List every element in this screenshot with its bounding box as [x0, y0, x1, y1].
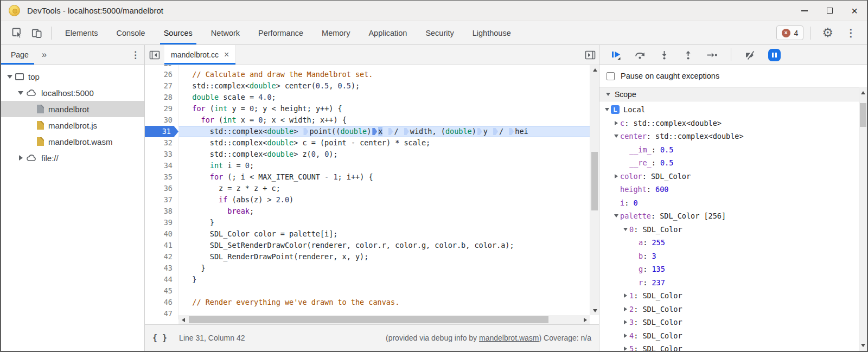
code-line-38[interactable]: 38 break; — [145, 206, 599, 217]
scope-section-header[interactable]: Scope — [599, 87, 867, 101]
code-line-39[interactable]: 39 } — [145, 217, 599, 228]
scope-row-g[interactable]: g: 135 — [599, 263, 867, 276]
step-into-button[interactable] — [655, 47, 673, 63]
code-line-25[interactable]: 25 — [145, 65, 599, 69]
scope-scrollbar[interactable] — [859, 87, 867, 351]
step-out-button[interactable] — [679, 47, 697, 63]
scope-row-color[interactable]: color: SDL_Color — [599, 170, 867, 183]
line-number[interactable]: 36 — [145, 183, 178, 194]
scrollbar-thumb[interactable] — [860, 103, 866, 127]
editor-horizontal-scrollbar[interactable] — [178, 315, 590, 324]
line-number[interactable]: 46 — [145, 297, 178, 308]
scrollbar-thumb[interactable] — [591, 152, 598, 210]
scope-row-4[interactable]: 4: SDL_Color — [599, 329, 867, 343]
maximize-button[interactable] — [817, 1, 842, 21]
scope-row-r[interactable]: r: 237 — [599, 276, 867, 290]
scroll-right-arrow[interactable] — [580, 315, 590, 324]
expander-icon[interactable] — [612, 121, 620, 125]
close-button[interactable]: × — [842, 1, 867, 21]
expander-icon[interactable] — [612, 174, 620, 178]
tree-item-localhost-5000[interactable]: localhost:5000 — [1, 85, 144, 101]
line-number[interactable]: 44 — [145, 274, 178, 285]
expander-icon[interactable] — [621, 293, 629, 298]
code-line-35[interactable]: 35 for (; i < MAX_ITER_COUNT - 1; i++) { — [145, 171, 599, 183]
line-number[interactable]: 34 — [145, 160, 178, 171]
expander-icon[interactable] — [603, 108, 611, 111]
minimize-button[interactable] — [792, 1, 817, 21]
scope-row-Local[interactable]: LLocal — [599, 103, 867, 117]
deactivate-breakpoints-button[interactable] — [741, 47, 760, 63]
line-number[interactable]: 37 — [145, 194, 178, 206]
tree-item-top[interactable]: top — [1, 68, 144, 85]
line-number[interactable]: 41 — [145, 240, 178, 251]
code-line-30[interactable]: 30 for (int x = 0; x < width; x++) { — [145, 114, 599, 126]
settings-gear-icon[interactable]: ⚙ — [817, 25, 838, 40]
pretty-print-icon[interactable]: { } — [152, 333, 167, 343]
tab-security[interactable]: Security — [416, 21, 463, 44]
inline-breakpoint-marker[interactable] — [404, 128, 409, 135]
code-line-32[interactable]: 32 std::complex<double> c = (point - cen… — [145, 137, 599, 149]
code-line-28[interactable]: 28 double scale = 4.0; — [145, 92, 599, 103]
code-line-42[interactable]: 42 SDL_RenderDrawPoint(renderer, x, y); — [145, 251, 599, 263]
expander-icon[interactable] — [621, 228, 629, 231]
toggle-device-toolbar-button[interactable] — [27, 24, 47, 42]
code-line-46[interactable]: 46 // Render everything we've drawn to t… — [145, 297, 599, 308]
code-line-34[interactable]: 34 int i = 0; — [145, 160, 599, 171]
expander-icon[interactable] — [5, 75, 14, 79]
tree-item-mandelbrot-js[interactable]: mandelbrot.js — [1, 117, 144, 133]
scope-row-0[interactable]: 0: SDL_Color — [599, 223, 867, 236]
step-button[interactable] — [703, 47, 721, 63]
code-line-33[interactable]: 33 std::complex<double> z(0, 0); — [145, 149, 599, 160]
code-line-27[interactable]: 27 std::complex<double> center(0.5, 0.5)… — [145, 80, 599, 92]
pause-on-caught-checkbox[interactable] — [607, 72, 615, 80]
scope-row-__im_[interactable]: __im_: 0.5 — [599, 143, 867, 157]
pause-on-exceptions-button[interactable] — [765, 47, 783, 63]
line-number[interactable]: 32 — [145, 137, 178, 149]
line-number[interactable]: 35 — [145, 171, 178, 183]
scope-row-1[interactable]: 1: SDL_Color — [599, 289, 867, 303]
code-line-44[interactable]: 44 } — [145, 274, 599, 285]
inline-breakpoint-marker[interactable] — [477, 128, 482, 135]
code-line-37[interactable]: 37 if (abs(z) > 2.0) — [145, 194, 599, 206]
code-line-31[interactable]: 31 std::complex<double> point((double)x … — [145, 126, 599, 137]
line-number[interactable]: 43 — [145, 263, 178, 274]
scroll-down-arrow[interactable] — [590, 306, 599, 315]
editor-vertical-scrollbar[interactable] — [590, 65, 599, 315]
code-line-26[interactable]: 26 // Calculate and draw the Mandelbrot … — [145, 69, 599, 80]
scope-row-center[interactable]: center: std::complex<double> — [599, 130, 867, 143]
inline-breakpoint-marker[interactable] — [493, 128, 498, 135]
expander-icon[interactable] — [621, 334, 629, 338]
collapse-navigator-button[interactable] — [145, 46, 164, 63]
line-number[interactable]: 42 — [145, 251, 178, 263]
more-tabs-chevron-icon[interactable]: » — [42, 49, 47, 60]
step-over-button[interactable] — [631, 47, 649, 63]
execution-line-number[interactable]: 31 — [145, 126, 178, 137]
scope-row-b[interactable]: b: 3 — [599, 249, 867, 263]
scroll-left-arrow[interactable] — [178, 315, 188, 324]
tab-elements[interactable]: Elements — [56, 21, 107, 44]
scroll-up-arrow[interactable] — [859, 88, 867, 97]
error-count-badge[interactable]: × 4 — [776, 25, 804, 40]
expander-icon[interactable] — [612, 214, 620, 217]
expander-icon[interactable] — [621, 347, 629, 351]
scroll-down-arrow[interactable] — [859, 341, 867, 350]
line-number[interactable]: 26 — [145, 69, 178, 80]
tree-item-file-[interactable]: file:// — [1, 150, 144, 166]
tab-sources[interactable]: Sources — [155, 21, 202, 44]
tab-network[interactable]: Network — [202, 21, 249, 44]
tree-item-mandelbrot-wasm[interactable]: mandelbrot.wasm — [1, 133, 144, 150]
inline-breakpoint-marker[interactable] — [372, 128, 377, 135]
expander-icon[interactable] — [16, 91, 25, 95]
code-editor[interactable]: 2526 // Calculate and draw the Mandelbro… — [145, 65, 599, 324]
line-number[interactable]: 28 — [145, 92, 178, 103]
scope-row-5[interactable]: 5: SDL_Color — [599, 342, 867, 351]
expander-icon[interactable] — [621, 320, 629, 324]
scrollbar-thumb[interactable] — [189, 316, 548, 323]
code-line-36[interactable]: 36 z = z * z + c; — [145, 183, 599, 194]
tab-mandelbrot-cc[interactable]: mandelbrot.cc × — [164, 45, 236, 65]
line-number[interactable]: 45 — [145, 285, 178, 297]
line-number[interactable]: 30 — [145, 114, 178, 126]
scope-row-i[interactable]: i: 0 — [599, 196, 867, 210]
more-options-menu-icon[interactable]: ⋮ — [840, 27, 861, 39]
inline-breakpoint-marker[interactable] — [509, 128, 514, 135]
